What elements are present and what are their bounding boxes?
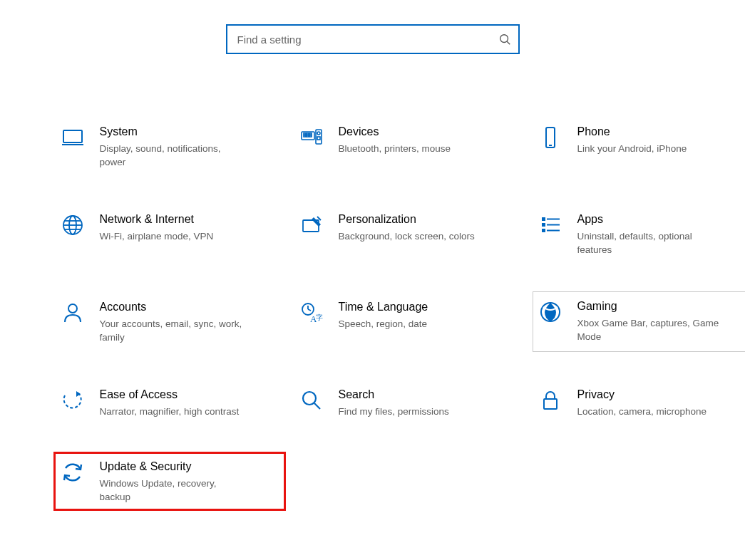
tile-apps[interactable]: Apps Uninstall, defaults, optional featu…	[533, 204, 746, 264]
tile-text: Devices Bluetooth, printers, mouse	[329, 124, 451, 155]
tile-title: Devices	[339, 124, 451, 140]
svg-rect-9	[304, 135, 306, 137]
system-icon	[56, 124, 90, 155]
accounts-icon	[56, 299, 90, 331]
tile-text: System Display, sound, notifications, po…	[90, 124, 250, 169]
tile-desc: Windows Update, recovery, backup	[100, 477, 250, 504]
tile-title: Ease of Access	[100, 387, 240, 403]
tile-text: Ease of Access Narrator, magnifier, high…	[90, 387, 240, 418]
search-category-icon	[294, 387, 329, 418]
svg-point-13	[317, 132, 320, 135]
tile-text: Personalization Background, lock screen,…	[329, 212, 475, 243]
tile-text: Apps Uninstall, defaults, optional featu…	[567, 212, 727, 256]
tile-desc: Speech, region, date	[339, 317, 428, 331]
tile-personalization[interactable]: Personalization Background, lock screen,…	[294, 204, 523, 264]
tile-devices[interactable]: Devices Bluetooth, printers, mouse	[294, 117, 523, 176]
search-box[interactable]	[226, 24, 520, 54]
svg-point-38	[303, 392, 316, 405]
tile-phone[interactable]: Phone Link your Android, iPhone	[533, 117, 746, 176]
svg-rect-40	[544, 399, 557, 409]
tile-desc: Xbox Game Bar, captures, Game Mode	[577, 316, 727, 343]
svg-rect-25	[543, 218, 545, 220]
tile-desc: Location, camera, microphone	[577, 405, 707, 418]
svg-rect-7	[307, 133, 309, 135]
tile-update-security[interactable]: Update & Security Windows Update, recove…	[53, 452, 286, 511]
tile-title: Accounts	[100, 299, 250, 315]
tile-accounts[interactable]: Accounts Your accounts, email, sync, wor…	[56, 292, 284, 351]
devices-icon	[294, 124, 329, 155]
svg-rect-11	[309, 135, 312, 137]
svg-rect-14	[317, 137, 320, 140]
tile-desc: Narrator, magnifier, high contrast	[100, 405, 240, 418]
tile-gaming[interactable]: Gaming Xbox Game Bar, captures, Game Mod…	[533, 291, 746, 352]
tile-text: Network & Internet Wi-Fi, airplane mode,…	[90, 212, 214, 243]
privacy-icon	[533, 387, 567, 418]
tile-time-language[interactable]: A 字 Time & Language Speech, region, date	[294, 292, 523, 351]
tile-ease-of-access[interactable]: Ease of Access Narrator, magnifier, high…	[56, 380, 284, 425]
tile-title: Network & Internet	[100, 212, 214, 227]
tile-title: Time & Language	[339, 299, 428, 315]
tile-text: Update & Security Windows Update, recove…	[90, 459, 250, 504]
tile-desc: Link your Android, iPhone	[577, 142, 687, 155]
tile-desc: Your accounts, email, sync, work, family	[100, 317, 250, 344]
svg-rect-26	[543, 224, 545, 226]
time-language-icon: A 字	[294, 299, 329, 331]
tile-search[interactable]: Search Find my files, permissions	[294, 380, 523, 425]
search-icon	[498, 33, 511, 46]
svg-line-2	[507, 41, 510, 44]
tile-title: Privacy	[577, 387, 707, 403]
svg-point-31	[68, 304, 77, 313]
personalization-icon	[294, 212, 329, 243]
settings-grid: System Display, sound, notifications, po…	[20, 117, 726, 509]
tile-text: Time & Language Speech, region, date	[329, 299, 428, 331]
svg-rect-3	[63, 130, 82, 142]
tile-text: Gaming Xbox Game Bar, captures, Game Mod…	[567, 299, 727, 343]
phone-icon	[533, 124, 567, 155]
tile-system[interactable]: System Display, sound, notifications, po…	[56, 117, 284, 176]
tile-title: Phone	[577, 124, 687, 140]
apps-icon	[533, 212, 567, 243]
tile-title: Search	[339, 387, 449, 403]
update-security-icon	[56, 459, 90, 490]
tile-privacy[interactable]: Privacy Location, camera, microphone	[533, 380, 746, 425]
tile-title: Gaming	[577, 299, 727, 314]
ease-of-access-icon	[56, 387, 90, 418]
tile-desc: Wi-Fi, airplane mode, VPN	[100, 229, 214, 243]
tile-desc: Uninstall, defaults, optional features	[577, 229, 727, 256]
gaming-icon	[533, 299, 567, 330]
tile-text: Search Find my files, permissions	[329, 387, 449, 418]
tile-desc: Display, sound, notifications, power	[100, 142, 250, 169]
svg-text:字: 字	[316, 313, 323, 321]
settings-home: System Display, sound, notifications, po…	[0, 0, 745, 509]
tile-title: System	[100, 124, 250, 140]
svg-rect-6	[304, 133, 306, 135]
svg-rect-15	[546, 128, 555, 147]
svg-rect-10	[307, 135, 309, 137]
svg-line-34	[308, 309, 311, 311]
tile-network[interactable]: Network & Internet Wi-Fi, airplane mode,…	[56, 204, 284, 264]
svg-line-39	[314, 403, 320, 409]
svg-rect-27	[543, 229, 545, 232]
tile-text: Privacy Location, camera, microphone	[567, 387, 707, 418]
tile-title: Personalization	[339, 212, 475, 227]
tile-desc: Bluetooth, printers, mouse	[339, 142, 451, 155]
tile-desc: Find my files, permissions	[339, 405, 449, 418]
tile-desc: Background, lock screen, colors	[339, 229, 475, 243]
svg-rect-8	[309, 133, 312, 135]
tile-text: Accounts Your accounts, email, sync, wor…	[90, 299, 250, 344]
search-input[interactable]	[236, 33, 498, 46]
tile-title: Update & Security	[100, 459, 250, 475]
tile-title: Apps	[577, 212, 727, 227]
tile-text: Phone Link your Android, iPhone	[567, 124, 687, 155]
network-icon	[56, 212, 90, 243]
